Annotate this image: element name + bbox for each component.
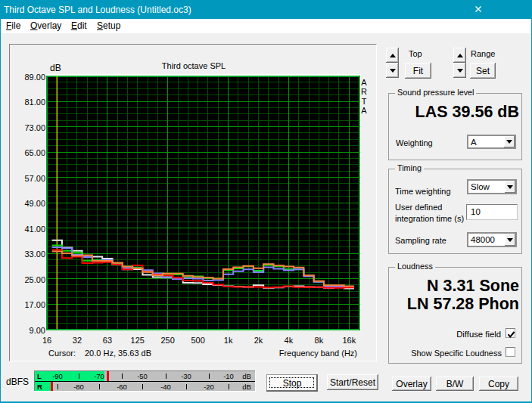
svg-text:R: R — [37, 383, 42, 391]
svg-text:-10: -10 — [223, 372, 234, 380]
svg-text:-30: -30 — [181, 372, 191, 380]
svg-text:L: L — [37, 372, 42, 380]
svg-text:-70: -70 — [94, 372, 104, 380]
svg-text:-50: -50 — [137, 372, 148, 380]
svg-text:-20: -20 — [204, 383, 214, 391]
svg-text:-80: -80 — [73, 383, 84, 391]
svg-text:-60: -60 — [117, 383, 127, 391]
svg-text:-40: -40 — [160, 383, 171, 391]
svg-text:dB: dB — [242, 372, 251, 380]
svg-text:-90: -90 — [52, 372, 63, 380]
svg-text:dB: dB — [242, 383, 251, 391]
